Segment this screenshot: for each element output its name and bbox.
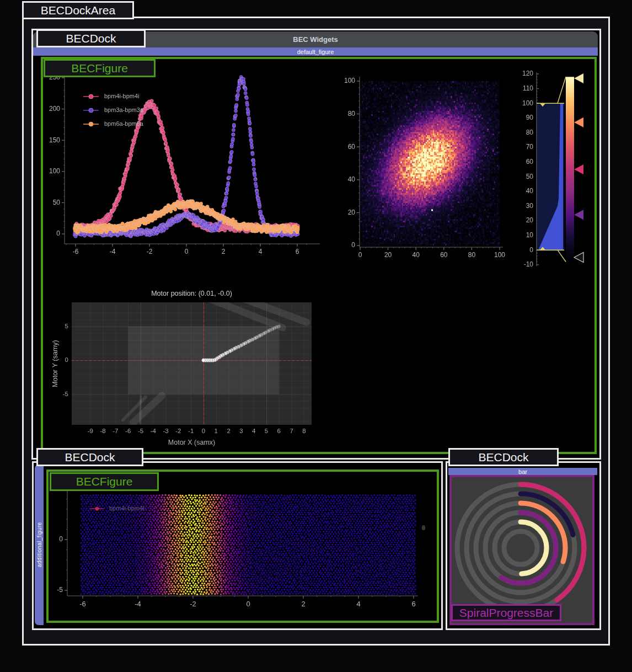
- dock1-debug-label: BECDock: [36, 29, 146, 47]
- dock2-debug-label: BECDock: [36, 448, 143, 466]
- image2d-plot[interactable]: [339, 65, 510, 269]
- figure-drag-bar-default[interactable]: default_figure: [33, 47, 598, 56]
- dock-bottom-left: additional_figure BECDock BECFigure: [32, 461, 443, 630]
- spiral-progress-bar: SpiralProgressBar: [449, 475, 594, 625]
- scan2d-plot[interactable]: [54, 477, 431, 616]
- dock-area: BEC Widgets default_figure BECDock BECFi…: [22, 17, 610, 646]
- histogram-lut[interactable]: [512, 65, 593, 274]
- dock3-debug-label: BECDock: [448, 448, 559, 466]
- figure-drag-bar-additional[interactable]: additional_figure: [35, 465, 44, 625]
- splitter-handle[interactable]: [422, 525, 425, 530]
- figure-default: BECFigure: [41, 57, 597, 454]
- figure-drag-bar-bar[interactable]: bar: [448, 468, 597, 475]
- waveform-plot[interactable]: [47, 70, 323, 269]
- figure1-debug-label: BECFigure: [44, 59, 156, 77]
- dockarea-debug-label: BECDockArea: [22, 1, 134, 19]
- dock-bottom-right: BECDock bar SpiralProgressBar: [446, 461, 601, 630]
- spiral-debug-label: SpiralProgressBar: [451, 604, 561, 621]
- becdockarea-window: BECDockArea BEC Widgets default_figure B…: [0, 0, 632, 672]
- figure2-debug-label: BECFigure: [50, 472, 159, 491]
- figure-additional: BECFigure: [46, 470, 439, 623]
- dock-top: BEC Widgets default_figure BECDock BECFi…: [31, 29, 601, 460]
- spiral-progress-canvas: [452, 477, 592, 623]
- motor-map-plot[interactable]: [49, 287, 324, 450]
